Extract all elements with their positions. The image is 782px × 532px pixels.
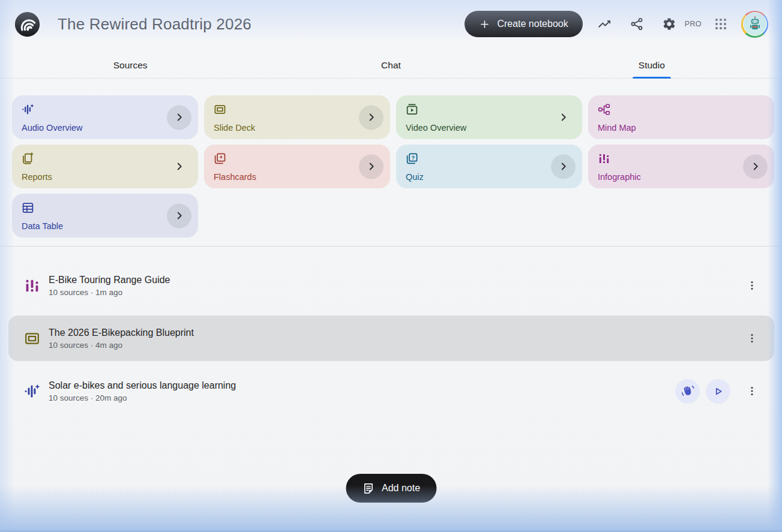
studio-card-video-overview[interactable]: Video Overview (396, 95, 582, 139)
artifact-actions (736, 275, 759, 296)
studio-grid: Audio Overview Slide Deck Video Overview… (12, 95, 774, 238)
artifact-meta: 10 sources · 1m ago (49, 288, 170, 297)
artifact-text: The 2026 E-Bikepacking Blueprint 10 sour… (49, 327, 194, 350)
artifact-meta: 10 sources · 4m ago (49, 341, 194, 350)
video-overview-icon (406, 103, 418, 116)
slide-deck-icon (214, 103, 226, 116)
create-notebook-button[interactable]: Create notebook (465, 11, 582, 37)
flashcards-icon (214, 152, 226, 165)
chevron-right-icon[interactable] (743, 154, 768, 179)
studio-card-infographic[interactable]: Infographic (588, 145, 774, 188)
artifact-list: E-Bike Touring Range Guide 10 sources · … (8, 263, 774, 414)
studio-card-label: Data Table (22, 221, 63, 231)
user-avatar[interactable] (741, 11, 768, 38)
play-button[interactable] (706, 379, 730, 404)
artifact-title: E-Bike Touring Range Guide (49, 275, 170, 285)
plus-icon (479, 19, 490, 30)
share-icon[interactable] (624, 11, 650, 37)
chevron-right-icon[interactable] (167, 105, 191, 130)
artifact-text: Solar e-bikes and serious language learn… (49, 380, 236, 402)
artifact-actions (675, 379, 759, 404)
section-divider (0, 246, 782, 247)
reports-icon (22, 152, 34, 165)
artifact-title: Solar e-bikes and serious language learn… (49, 380, 236, 391)
artifact-row-the-2026-e-bikepacking-blueprint[interactable]: The 2026 E-Bikepacking Blueprint 10 sour… (8, 315, 774, 361)
chevron-right-icon[interactable] (551, 105, 576, 130)
artifact-actions (736, 327, 759, 349)
studio-card-quiz[interactable]: ? Quiz (396, 145, 582, 188)
studio-card-label: Mind Map (598, 123, 636, 133)
tab-bar: Sources Chat Studio (0, 53, 782, 79)
pro-badge: PRO (685, 20, 702, 28)
studio-card-audio-overview[interactable]: Audio Overview (12, 95, 198, 139)
notebooklm-studio-page: The Rewired Roadtrip 2026 Create noteboo… (0, 0, 782, 532)
artifact-row-e-bike-touring-range-guide[interactable]: E-Bike Touring Range Guide 10 sources · … (8, 263, 774, 308)
chevron-right-icon[interactable] (167, 154, 191, 179)
notebooklm-logo-icon[interactable] (14, 11, 41, 38)
studio-card-mind-map[interactable]: Mind Map (588, 95, 774, 139)
add-note-button[interactable]: Add note (346, 474, 436, 503)
studio-card-label: Flashcards (214, 172, 256, 182)
apps-grid-icon[interactable] (708, 11, 734, 37)
tab-studio[interactable]: Studio (522, 53, 782, 78)
infographic-icon (598, 152, 610, 165)
audio-waveform-icon (24, 383, 40, 399)
tab-chat[interactable]: Chat (260, 53, 521, 78)
studio-card-label: Audio Overview (22, 123, 83, 133)
analytics-trending-icon[interactable] (591, 11, 618, 37)
svg-text:?: ? (412, 155, 415, 161)
note-icon (362, 482, 374, 495)
interactive-mode-button[interactable] (675, 379, 700, 404)
mind-map-icon (598, 103, 610, 116)
header: The Rewired Roadtrip 2026 Create noteboo… (0, 7, 782, 41)
kebab-menu-icon[interactable] (745, 380, 759, 402)
avatar-robot-image (743, 12, 767, 36)
notebook-title[interactable]: The Rewired Roadtrip 2026 (58, 15, 251, 34)
studio-card-slide-deck[interactable]: Slide Deck (204, 95, 390, 139)
artifact-row-solar-e-bikes-and-serious-language-learning[interactable]: Solar e-bikes and serious language learn… (8, 368, 774, 414)
chevron-right-icon[interactable] (551, 154, 576, 179)
settings-gear-icon[interactable] (656, 11, 682, 37)
studio-card-label: Reports (22, 172, 52, 182)
artifact-meta: 10 sources · 20m ago (49, 393, 236, 402)
studio-card-label: Infographic (598, 172, 641, 182)
tab-sources[interactable]: Sources (0, 53, 260, 78)
data-table-icon (22, 202, 34, 214)
slide-deck-icon (24, 330, 40, 347)
studio-card-data-table[interactable]: Data Table (12, 194, 198, 238)
chevron-right-icon[interactable] (167, 203, 191, 228)
chevron-right-icon[interactable] (359, 154, 383, 179)
studio-card-reports[interactable]: Reports (12, 145, 198, 188)
kebab-menu-icon[interactable] (745, 327, 759, 349)
studio-card-flashcards[interactable]: Flashcards (204, 145, 390, 188)
kebab-menu-icon[interactable] (745, 275, 759, 296)
artifact-text: E-Bike Touring Range Guide 10 sources · … (49, 275, 170, 297)
infographic-icon (24, 278, 40, 294)
artifact-title: The 2026 E-Bikepacking Blueprint (49, 327, 194, 338)
chevron-right-icon[interactable] (359, 105, 383, 130)
studio-card-label: Slide Deck (214, 123, 255, 133)
active-tab-underline (633, 77, 671, 79)
header-actions: Create notebook PRO (465, 11, 768, 38)
audio-waveform-icon (22, 103, 34, 116)
studio-card-label: Video Overview (406, 123, 466, 133)
studio-card-label: Quiz (406, 172, 424, 182)
quiz-icon: ? (406, 152, 418, 165)
